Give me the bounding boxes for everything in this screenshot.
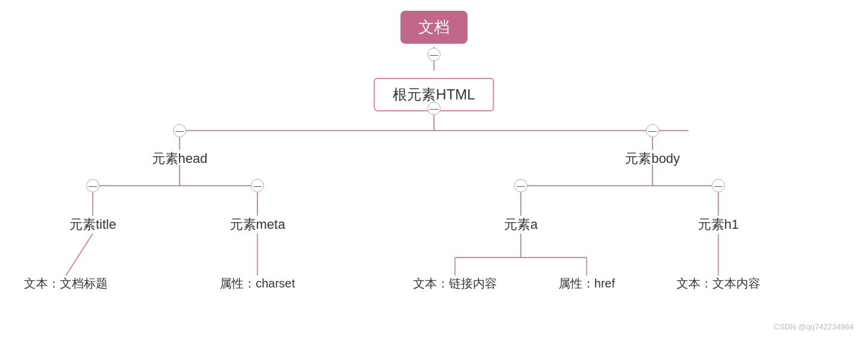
collapse-body-branch[interactable]: — [646, 124, 659, 137]
collapse-root[interactable]: — [427, 48, 441, 61]
title-label: 元素title [69, 216, 116, 234]
text-link-label: 文本：链接内容 [413, 276, 497, 292]
collapse-html[interactable]: — [427, 102, 441, 115]
svg-line-13 [66, 234, 93, 276]
collapse-symbol-6: — [253, 181, 262, 190]
collapse-meta-branch[interactable]: — [251, 179, 264, 192]
collapse-symbol: — [430, 50, 438, 59]
body-label: 元素body [625, 150, 680, 168]
attr-href-node: 属性：href [559, 276, 615, 292]
h1-node: 元素h1 [698, 216, 739, 234]
collapse-title-branch[interactable]: — [86, 179, 99, 192]
a-label: 元素a [504, 216, 538, 234]
title-node: 元素title [69, 216, 116, 234]
head-node: 元素head [152, 150, 208, 168]
text-content-label: 文本：文本内容 [676, 276, 760, 292]
text-title-node: 文本：文档标题 [24, 276, 108, 292]
meta-node: 元素meta [230, 216, 286, 234]
collapse-symbol-3: — [175, 126, 184, 135]
collapse-symbol-2: — [430, 104, 438, 113]
a-node: 元素a [504, 216, 538, 234]
collapse-a-branch[interactable]: — [514, 179, 527, 192]
collapse-symbol-4: — [648, 126, 657, 135]
text-link-node: 文本：链接内容 [413, 276, 497, 292]
h1-label: 元素h1 [698, 216, 739, 234]
root-node: 文档 [400, 11, 468, 44]
watermark: CSDN @qq742234984 [774, 322, 854, 331]
text-content-node: 文本：文本内容 [676, 276, 760, 292]
attr-charset-node: 属性：charset [220, 276, 295, 292]
collapse-head-branch[interactable]: — [173, 124, 186, 137]
collapse-symbol-5: — [89, 181, 97, 190]
collapse-symbol-8: — [714, 181, 723, 190]
root-label: 文档 [418, 17, 450, 38]
diagram: 文档 — 根元素HTML — — — 元素head 元素body — — — — [0, 0, 868, 342]
text-title-label: 文本：文档标题 [24, 276, 108, 292]
collapse-symbol-7: — [517, 181, 525, 190]
attr-href-label: 属性：href [559, 276, 615, 292]
watermark-label: CSDN @qq742234984 [774, 322, 854, 331]
attr-charset-label: 属性：charset [220, 276, 295, 292]
head-label: 元素head [152, 150, 208, 168]
meta-label: 元素meta [230, 216, 286, 234]
collapse-h1-branch[interactable]: — [712, 179, 725, 192]
body-node: 元素body [625, 150, 680, 168]
